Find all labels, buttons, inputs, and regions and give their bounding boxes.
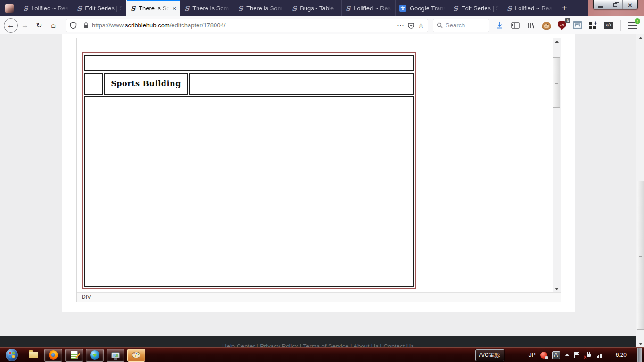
search-icon (437, 22, 443, 28)
pinned-tab[interactable] (0, 0, 19, 16)
table-row-top-cell[interactable] (84, 55, 414, 71)
restore-button[interactable] (608, 0, 623, 9)
download-icon (495, 21, 504, 30)
search-input[interactable] (446, 22, 483, 29)
table-cell-title[interactable]: Sports Building (104, 73, 188, 95)
tab-lolified-1[interactable]: S Lolified ~ Res (19, 0, 73, 16)
tab-label: Bugs - Table (300, 5, 338, 12)
tab-bugs-table[interactable]: S Bugs - Table (288, 0, 341, 16)
image-tool-button[interactable] (573, 21, 582, 30)
minimize-button[interactable] (594, 0, 608, 9)
tab-there-is-3[interactable]: S There is Som (234, 0, 288, 16)
tray-red-ball-icon[interactable] (540, 352, 547, 359)
update-badge-icon: ↑ (635, 18, 640, 24)
notepad-icon (71, 351, 78, 359)
page-scrollbar-thumb[interactable] (637, 181, 644, 330)
menu-button[interactable]: ↑ (628, 21, 637, 30)
url-prefix: https://www. (92, 22, 125, 29)
chapter-editor[interactable]: Sports Building DIV (76, 38, 561, 302)
table-body-cell[interactable] (84, 96, 414, 287)
editor-scrollbar-thumb[interactable] (553, 57, 560, 108)
scroll-down-arrow-icon[interactable] (553, 286, 561, 292)
library-button[interactable] (526, 21, 536, 30)
scroll-up-arrow-icon[interactable] (553, 38, 561, 45)
windows-taskbar: A/C電源 JP A × 6:20 (0, 347, 644, 362)
network-signal-icon[interactable] (597, 352, 603, 358)
blocks-plus-glyph: + (594, 20, 597, 26)
explorer-taskbar-button[interactable] (25, 349, 41, 362)
page-actions-icon[interactable]: ⋯ (397, 21, 405, 30)
footer-links[interactable]: Help Center | Privacy Policy | Terms of … (0, 343, 636, 347)
tab-lolified-2[interactable]: S Lolified ~ Res (341, 0, 395, 16)
ac-power-button[interactable]: A/C電源 (475, 349, 504, 361)
forward-button[interactable]: → (18, 18, 32, 33)
reload-button[interactable]: ↻ (32, 18, 46, 33)
download-button[interactable] (495, 21, 504, 30)
scribblehub-favicon-icon: S (346, 5, 350, 12)
scroll-down-arrow-icon[interactable] (636, 340, 644, 347)
back-button[interactable]: ← (4, 18, 18, 33)
tab-close-icon[interactable]: × (173, 5, 176, 12)
library-icon (527, 22, 535, 29)
scroll-up-arrow-icon[interactable] (636, 34, 644, 41)
tab-label: Edit Series | Sc (85, 5, 123, 12)
ime-language-label[interactable]: JP (529, 352, 536, 358)
lock-icon[interactable] (83, 22, 89, 29)
scribblehub-favicon-icon: S (131, 5, 135, 12)
google-translate-favicon-icon: 文 (399, 5, 406, 12)
search-box[interactable] (433, 19, 489, 32)
scrollbar-grip (555, 81, 558, 85)
close-button[interactable]: × (623, 0, 637, 9)
device-error-icon[interactable]: × (585, 351, 592, 359)
sidebar-toggle-button[interactable] (511, 21, 520, 30)
tab-label: Google Transl (410, 5, 445, 12)
show-hidden-icons-button[interactable] (565, 354, 570, 356)
firefox-icon (49, 350, 58, 360)
tab-google-translate[interactable]: 文 Google Transl (395, 0, 449, 16)
table-cell-wide[interactable] (189, 73, 414, 95)
monitor-icon (111, 352, 120, 358)
tab-edit-series-1[interactable]: S Edit Series | Sc (73, 0, 126, 16)
action-center-flag-icon[interactable] (574, 352, 580, 358)
taskbar-clock[interactable]: 6:20 (616, 352, 627, 358)
url-domain: scribblehub.com (125, 22, 170, 29)
navigation-toolbar: ← → ↻ ⌂ https://www.scribblehub.com/edit… (0, 16, 644, 34)
paint-taskbar-button[interactable] (127, 349, 145, 362)
bookmark-star-icon[interactable]: ☆ (418, 21, 424, 30)
start-button[interactable] (6, 349, 18, 361)
tab-bar: S Lolified ~ Res S Edit Series | Sc S Th… (0, 0, 588, 16)
download-manager-taskbar-button[interactable] (86, 349, 104, 362)
urlbar-divider (80, 22, 80, 29)
editor-scrollbar[interactable] (553, 38, 561, 292)
tab-there-is-2[interactable]: S There is Som (180, 0, 234, 16)
code-extension-button[interactable]: </> (604, 21, 613, 30)
page-scrollbar[interactable] (636, 34, 644, 347)
ublock-origin-button[interactable]: uO 6 (557, 21, 567, 30)
home-button[interactable]: ⌂ (46, 18, 60, 33)
ime-mode-button[interactable]: A (552, 351, 560, 359)
site-footer: Help Center | Privacy Policy | Terms of … (0, 336, 644, 347)
tab-there-is-active[interactable]: S There is So × (126, 0, 180, 16)
tab-label: There is So (139, 5, 169, 12)
document-table[interactable]: Sports Building (82, 52, 416, 289)
url-text: https://www.scribblehub.com/editchapter/… (92, 22, 225, 29)
firefox-taskbar-button[interactable] (44, 349, 62, 362)
resize-grip-icon[interactable] (554, 295, 559, 300)
scrollbar-grip (639, 254, 642, 258)
editor-content-area[interactable]: Sports Building (77, 38, 561, 292)
monitor-app-taskbar-button[interactable] (107, 349, 124, 362)
scribblehub-favicon-icon: S (238, 5, 243, 12)
show-desktop-button[interactable] (637, 348, 642, 362)
userscript-manager-button[interactable] (542, 21, 551, 30)
new-tab-button[interactable]: + (556, 0, 572, 16)
tab-edit-series-2[interactable]: S Edit Series | S (449, 0, 503, 16)
pocket-icon[interactable] (407, 22, 415, 29)
tracking-protection-shield-icon[interactable] (70, 22, 77, 29)
scribblehub-favicon-icon: S (292, 5, 297, 12)
notepad-taskbar-button[interactable] (65, 349, 83, 362)
table-cell-small[interactable] (84, 73, 103, 95)
tab-lolified-3[interactable]: S Lolified ~ Res (503, 0, 556, 16)
blocker-extension-button[interactable]: + (588, 21, 598, 30)
scribblehub-favicon-icon: S (23, 5, 28, 12)
url-bar[interactable]: https://www.scribblehub.com/editchapter/… (66, 19, 428, 32)
